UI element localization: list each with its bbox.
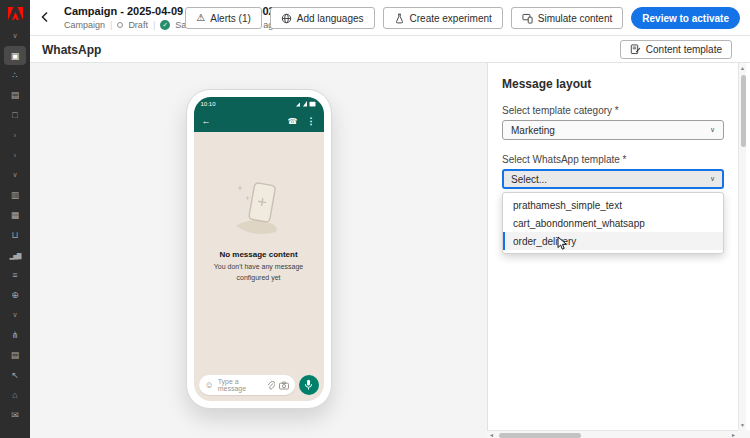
separator: | <box>153 20 155 30</box>
draft-status-dot-icon <box>117 22 123 28</box>
create-experiment-label: Create experiment <box>410 13 492 24</box>
category-select[interactable]: Marketing ∨ <box>502 120 724 140</box>
call-icon: ☎ <box>288 117 298 126</box>
phone-preview: 10:10 ← ☎ ⋮ <box>186 89 332 409</box>
globe-icon[interactable]: ⊕ <box>0 285 30 305</box>
chart-icon[interactable]: ▂▅▇ <box>0 245 30 265</box>
content-template-label: Content template <box>646 44 722 55</box>
category-label: Select template category * <box>502 105 724 116</box>
message-input-preview: ☺ Type a message <box>199 375 295 395</box>
emoji-icon: ☺ <box>205 381 214 390</box>
chevron-down-icon: ∨ <box>710 126 715 134</box>
chevron-right-icon[interactable]: › <box>0 145 30 165</box>
status-signal-battery-icons <box>295 100 317 107</box>
review-to-activate-button[interactable]: Review to activate <box>631 7 740 29</box>
review-to-activate-label: Review to activate <box>642 13 729 24</box>
add-languages-label: Add languages <box>297 13 364 24</box>
phone-status-bar: 10:10 <box>194 97 324 110</box>
status-badge: Draft <box>128 20 148 30</box>
breadcrumb: Campaign <box>64 20 105 30</box>
scroll-down-icon[interactable]: ▼ <box>740 422 745 428</box>
preview-canvas: 10:10 ← ☎ ⋮ <box>30 63 487 438</box>
horizontal-scrollbar[interactable]: ◄ ► <box>487 430 738 438</box>
back-arrow-icon: ← <box>202 116 211 126</box>
alerts-button[interactable]: ⚠ Alerts (1) <box>185 7 262 29</box>
globe-icon <box>281 13 292 24</box>
app-window: ∨ ▣ ∴ ▤ □ › › ∨ ▥ ▦ ⊔ ▂▅▇ ≡ ⊕ ∨ ⋔ ▤ ↖ ⌂ … <box>0 0 750 438</box>
rows-icon[interactable]: ▤ <box>0 345 30 365</box>
phone-nav-bar: ← ☎ ⋮ <box>194 110 324 132</box>
chevron-right-icon[interactable]: › <box>0 125 30 145</box>
back-chevron-icon <box>40 11 50 23</box>
inbox-icon[interactable]: ⊔ <box>0 225 30 245</box>
beaker-icon <box>394 13 405 24</box>
chevron-down-icon[interactable]: ∨ <box>0 165 30 185</box>
devices-icon <box>522 13 533 24</box>
back-button[interactable] <box>40 11 50 26</box>
panel-title: Message layout <box>502 77 724 91</box>
template-select-value: Select... <box>511 174 547 185</box>
create-experiment-button[interactable]: Create experiment <box>383 7 503 29</box>
chevron-down-icon: ∨ <box>710 175 715 183</box>
message-input-placeholder: Type a message <box>218 378 262 392</box>
template-select[interactable]: Select... ∨ <box>502 169 724 189</box>
scroll-up-icon[interactable]: ▲ <box>740 65 745 71</box>
calendar-icon[interactable]: ▦ <box>0 205 30 225</box>
simulate-content-label: Simulate content <box>538 13 613 24</box>
mail-icon[interactable]: ✉ <box>0 405 30 425</box>
dropdown-option[interactable]: cart_abondonment_whatsapp <box>503 214 723 232</box>
scroll-left-icon[interactable]: ◄ <box>489 432 494 438</box>
warning-icon: ⚠ <box>196 13 205 23</box>
phone-input-row: ☺ Type a message <box>194 375 324 401</box>
category-select-value: Marketing <box>511 125 555 136</box>
add-languages-button[interactable]: Add languages <box>270 7 375 29</box>
scrollbar-corner <box>738 430 750 438</box>
camera-icon <box>279 381 289 390</box>
phone-chat-area: No message content You don't have any me… <box>194 132 324 401</box>
campaign-icon[interactable]: ▣ <box>4 46 26 65</box>
chevron-down-icon[interactable]: ∨ <box>0 305 30 325</box>
dropdown-option-label: order_delivery <box>513 236 576 247</box>
simulate-content-button[interactable]: Simulate content <box>511 7 624 29</box>
share-icon[interactable]: ∴ <box>0 65 30 85</box>
message-layout-panel: Message layout Select template category … <box>487 63 738 430</box>
empty-state-subtitle: You don't have any message configured ye… <box>205 262 313 283</box>
dropdown-option[interactable]: prathamesh_simple_text <box>503 196 723 214</box>
horizontal-scrollbar-thumb[interactable] <box>499 433 581 438</box>
vertical-scrollbar-thumb[interactable] <box>741 75 746 147</box>
channel-label: WhatsApp <box>42 43 101 57</box>
sidebar: ∨ ▣ ∴ ▤ □ › › ∨ ▥ ▦ ⊔ ▂▅▇ ≡ ⊕ ∨ ⋔ ▤ ↖ ⌂ … <box>0 0 30 438</box>
template-dropdown-menu: prathamesh_simple_text cart_abondonment_… <box>502 192 724 254</box>
flow-icon[interactable]: ⋔ <box>0 325 30 345</box>
phone-screen: 10:10 ← ☎ ⋮ <box>194 97 324 401</box>
overflow-menu-icon: ⋮ <box>307 116 316 126</box>
paperclip-icon <box>266 381 275 390</box>
mic-button-icon <box>299 375 319 395</box>
adobe-logo-icon[interactable] <box>0 0 30 26</box>
scroll-right-icon[interactable]: ► <box>731 432 736 438</box>
empty-state-title: No message content <box>219 250 297 259</box>
separator: | <box>110 20 112 30</box>
assets-icon[interactable]: ▤ <box>0 85 30 105</box>
header: Campaign - 2025-04-09 15:00:58 UTC+02:00… <box>30 0 750 36</box>
template-label: Select WhatsApp template * <box>502 154 724 165</box>
alerts-label: Alerts (1) <box>210 13 251 24</box>
content-template-button[interactable]: Content template <box>620 40 732 59</box>
chevron-down-icon[interactable]: ∨ <box>0 26 30 46</box>
dropdown-option-highlighted[interactable]: order_delivery <box>503 232 723 250</box>
copy-icon[interactable]: ▥ <box>0 185 30 205</box>
vertical-scrollbar[interactable]: ▲ ▼ <box>738 63 746 430</box>
list-icon[interactable]: ≡ <box>0 265 30 285</box>
home-icon[interactable]: ⌂ <box>0 385 30 405</box>
document-icon[interactable]: □ <box>0 105 30 125</box>
empty-state-illustration <box>224 178 294 240</box>
phone-clock: 10:10 <box>201 101 216 107</box>
cursor-icon[interactable]: ↖ <box>0 365 30 385</box>
template-doc-icon <box>630 44 641 55</box>
channel-toolbar: WhatsApp Content template <box>30 36 750 63</box>
header-actions: ⚠ Alerts (1) Add languages Create experi… <box>185 7 740 29</box>
saved-check-icon: ✓ <box>160 20 170 30</box>
